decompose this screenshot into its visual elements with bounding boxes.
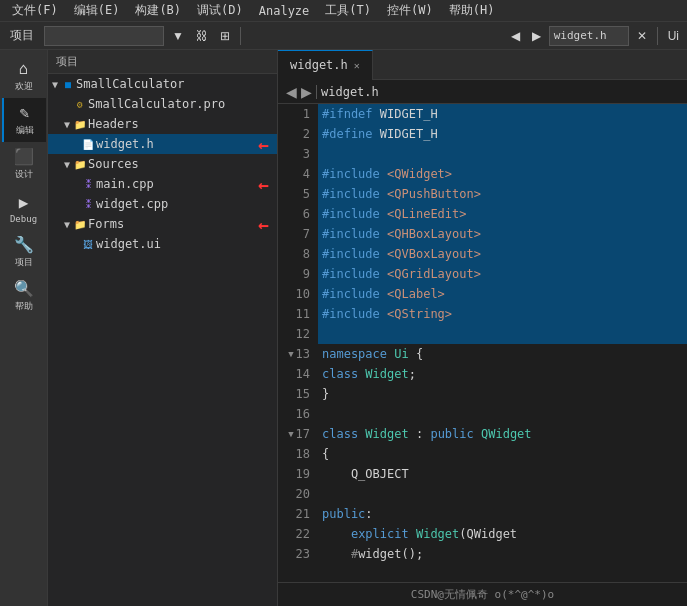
nav-forward-btn[interactable]: ▶ — [301, 84, 312, 100]
code-line-9: #include <QGridLayout> — [318, 264, 687, 284]
sidebar-edit[interactable]: ✎ 编辑 — [2, 98, 46, 142]
menu-debug[interactable]: 调试(D) — [189, 0, 251, 21]
tree-root[interactable]: ▼ ■ SmallCalculator — [48, 74, 277, 94]
tree-widget-ui-label: widget.ui — [96, 237, 161, 251]
tree-headers[interactable]: ▼ 📁 Headers — [48, 114, 277, 134]
forms-chevron-icon: ▼ — [64, 219, 70, 230]
folder-icon: 📁 — [72, 116, 88, 132]
forward-btn[interactable]: ▶ — [528, 27, 545, 45]
tree-widget-h[interactable]: 📄 widget.h ← — [48, 134, 277, 154]
nav-sep — [316, 85, 317, 99]
code-line-15: } — [318, 384, 687, 404]
toolbar-right: ◀ ▶ widget.h ✕ Ui — [507, 26, 683, 46]
code-line-1: #ifndef WIDGET_H — [318, 104, 687, 124]
menu-analyze[interactable]: Analyze — [251, 2, 318, 20]
code-line-12 — [318, 324, 687, 344]
tree-widget-cpp-label: widget.cpp — [96, 197, 168, 211]
ui-btn[interactable]: Ui — [664, 27, 683, 45]
editor-area: widget.h ✕ ◀ ▶ widget.h 1 2 3 4 5 6 — [278, 50, 687, 606]
code-line-10: #include <QLabel> — [318, 284, 687, 304]
code-line-4: #include <QWidget> — [318, 164, 687, 184]
menu-edit[interactable]: 编辑(E) — [66, 0, 128, 21]
code-line-5: #include <QPushButton> — [318, 184, 687, 204]
file-tree-header: 项目 — [48, 50, 277, 74]
main-area: ⌂ 欢迎 ✎ 编辑 ⬛ 设计 ▶ Debug 🔧 项目 🔍 帮助 — [0, 50, 687, 606]
menubar: 文件(F) 编辑(E) 构建(B) 调试(D) Analyze 工具(T) 控件… — [0, 0, 687, 22]
code-line-11: #include <QString> — [318, 304, 687, 324]
tree-root-label: SmallCalculator — [76, 77, 184, 91]
tree-headers-label: Headers — [88, 117, 139, 131]
code-line-16 — [318, 404, 687, 424]
editor-tab-widget-h[interactable]: widget.h ✕ — [278, 50, 373, 80]
chevron-icon: ▼ — [52, 79, 58, 90]
pro-file-icon: ⚙ — [72, 96, 88, 112]
menu-file[interactable]: 文件(F) — [4, 0, 66, 21]
sources-chevron-icon: ▼ — [64, 159, 70, 170]
code-line-23: #widget(); — [318, 544, 687, 564]
header-file-icon: 📄 — [80, 136, 96, 152]
code-line-22: explicit Widget(QWidget — [318, 524, 687, 544]
sidebar: ⌂ 欢迎 ✎ 编辑 ⬛ 设计 ▶ Debug 🔧 项目 🔍 帮助 — [0, 50, 48, 606]
project-label: 项目 — [4, 25, 40, 46]
tab-label: widget.h — [290, 58, 348, 72]
toolbar-sep2 — [657, 27, 658, 45]
sidebar-debug[interactable]: ▶ Debug — [2, 186, 46, 230]
tree-sources[interactable]: ▼ 📁 Sources — [48, 154, 277, 174]
menu-help[interactable]: 帮助(H) — [441, 0, 503, 21]
nav-back-btn[interactable]: ◀ — [286, 84, 297, 100]
tree-widget-ui[interactable]: 🖼 widget.ui — [48, 234, 277, 254]
code-line-14: class Widget; — [318, 364, 687, 384]
code-line-19: Q_OBJECT — [318, 464, 687, 484]
arrow-widget-h: ← — [258, 134, 269, 155]
tree-main-cpp[interactable]: ⁑ main.cpp ← — [48, 174, 277, 194]
code-lines: #ifndef WIDGET_H #define WIDGET_H #inclu… — [318, 104, 687, 582]
code-line-17: class Widget : public QWidget — [318, 424, 687, 444]
tree-forms-label: Forms — [88, 217, 124, 231]
line-numbers: 1 2 3 4 5 6 7 8 9 10 11 12 ▼13 14 15 — [278, 104, 318, 582]
sources-folder-icon: 📁 — [72, 156, 88, 172]
help-icon: 🔍 — [14, 279, 34, 298]
debug-icon: ▶ — [19, 193, 29, 212]
tree-sources-label: Sources — [88, 157, 139, 171]
back-btn[interactable]: ◀ — [507, 27, 524, 45]
sidebar-design[interactable]: ⬛ 设计 — [2, 142, 46, 186]
toolbar: 项目 ▼ ⛓ ⊞ ◀ ▶ widget.h ✕ Ui — [0, 22, 687, 50]
sidebar-help[interactable]: 🔍 帮助 — [2, 274, 46, 318]
tree-forms[interactable]: ▼ 📁 Forms ← — [48, 214, 277, 234]
cpp-file-icon: ⁑ — [80, 176, 96, 192]
project-file-icon: ■ — [60, 76, 76, 92]
tab-close-btn[interactable]: ✕ — [354, 60, 360, 71]
code-editor[interactable]: 1 2 3 4 5 6 7 8 9 10 11 12 ▼13 14 15 — [278, 104, 687, 582]
close-file-btn[interactable]: ✕ — [633, 27, 651, 45]
sidebar-project[interactable]: 🔧 项目 — [2, 230, 46, 274]
code-line-21: public: — [318, 504, 687, 524]
edit-icon: ✎ — [20, 103, 30, 122]
file-tab-label: widget.h — [554, 29, 607, 42]
editor-tabs: widget.h ✕ — [278, 50, 687, 80]
code-line-18: { — [318, 444, 687, 464]
tree-widget-cpp[interactable]: ⁑ widget.cpp — [48, 194, 277, 214]
widget-cpp-icon: ⁑ — [80, 196, 96, 212]
code-line-13: namespace Ui { — [318, 344, 687, 364]
sidebar-welcome[interactable]: ⌂ 欢迎 — [2, 54, 46, 98]
tree-main-cpp-label: main.cpp — [96, 177, 154, 191]
code-line-2: #define WIDGET_H — [318, 124, 687, 144]
watermark: CSDN@无情佩奇 o(*^@^*)o — [278, 582, 687, 606]
menu-build[interactable]: 构建(B) — [127, 0, 189, 21]
tree-pro[interactable]: ⚙ SmallCalculator.pro — [48, 94, 277, 114]
ui-file-icon: 🖼 — [80, 236, 96, 252]
code-line-3 — [318, 144, 687, 164]
project-icon: 🔧 — [14, 235, 34, 254]
menu-tools[interactable]: 工具(T) — [317, 0, 379, 21]
breadcrumb: widget.h — [321, 85, 379, 99]
toolbar-sep — [240, 27, 241, 45]
filter-btn[interactable]: ▼ — [168, 27, 188, 45]
code-line-8: #include <QVBoxLayout> — [318, 244, 687, 264]
tree-widget-h-label: widget.h — [96, 137, 154, 151]
welcome-icon: ⌂ — [19, 59, 29, 78]
code-line-20 — [318, 484, 687, 504]
layout-btn[interactable]: ⊞ — [216, 27, 234, 45]
nav-bar: ◀ ▶ widget.h — [278, 80, 687, 104]
link-btn[interactable]: ⛓ — [192, 27, 212, 45]
menu-controls[interactable]: 控件(W) — [379, 0, 441, 21]
